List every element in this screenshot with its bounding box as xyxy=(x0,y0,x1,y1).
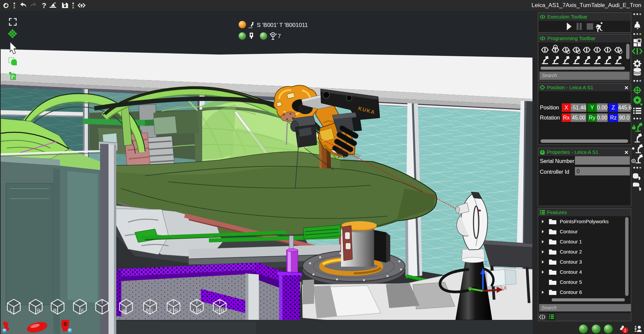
svg-text:T: T xyxy=(218,299,221,305)
svg-text:Z: Z xyxy=(484,260,487,266)
svg-text:B: B xyxy=(221,307,224,313)
svg-text:S 'B001' T 'B001011: S 'B001' T 'B001011 xyxy=(257,22,308,28)
svg-text:L: L xyxy=(193,307,195,313)
svg-text:T: T xyxy=(148,299,151,305)
svg-text:B: B xyxy=(53,307,57,313)
svg-text:7: 7 xyxy=(278,33,281,39)
svg-text:F: F xyxy=(81,307,84,313)
svg-text:R: R xyxy=(198,307,202,313)
svg-text:2: 2 xyxy=(624,328,626,333)
svg-text:T: T xyxy=(172,299,175,305)
svg-text:T: T xyxy=(100,299,103,305)
svg-text:L: L xyxy=(10,307,12,313)
svg-text:R: R xyxy=(215,307,219,313)
svg-text:F: F xyxy=(169,307,172,313)
svg-text:R: R xyxy=(37,307,41,313)
svg-text:B: B xyxy=(146,307,149,313)
svg-text:X: X xyxy=(503,285,507,291)
svg-text:?: ? xyxy=(42,1,46,10)
svg-text:B: B xyxy=(122,308,126,314)
svg-text:R: R xyxy=(175,307,178,313)
svg-text:L: L xyxy=(151,307,154,313)
svg-text:T: T xyxy=(195,299,198,305)
